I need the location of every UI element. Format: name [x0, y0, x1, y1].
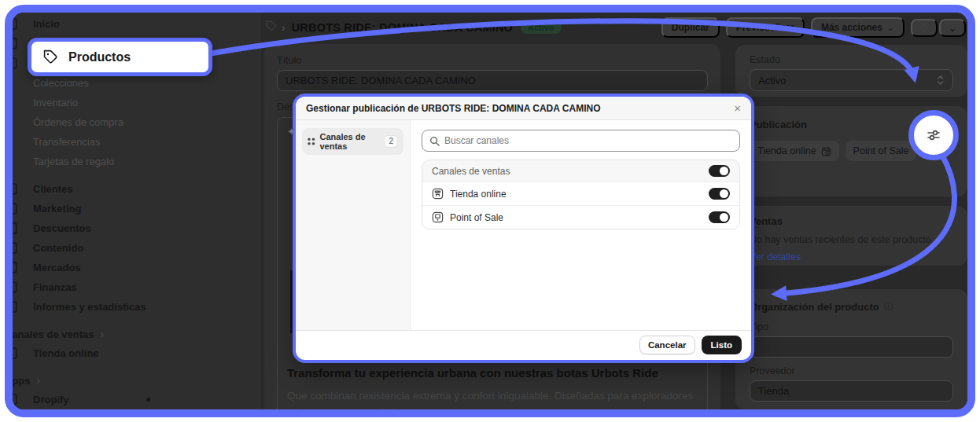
channel-search-input[interactable]	[444, 135, 732, 146]
more-actions-button[interactable]: Más acciones⌄	[811, 17, 904, 38]
status-card: Estado Activo	[735, 45, 967, 97]
channels-icon	[308, 137, 315, 146]
sidebar-item-dropify[interactable]: Dropify	[20, 390, 261, 409]
tienda-online-toggle[interactable]	[709, 188, 730, 200]
online-store-icon	[432, 188, 444, 200]
product-tag-icon	[266, 20, 277, 35]
channel-search[interactable]	[422, 130, 740, 152]
description-heading: Transforma tu experiencia urbana con nue…	[287, 366, 698, 380]
preview-button[interactable]: Previsualizar	[726, 17, 805, 38]
discounts-icon	[6, 222, 17, 234]
sidebar-item-finanzas[interactable]: Finanzas	[20, 277, 261, 297]
markets-icon	[6, 262, 17, 273]
tipo-label: Tipo	[750, 321, 953, 332]
sidebar-item-inicio[interactable]: Inicio	[20, 14, 261, 34]
title-input[interactable]	[277, 70, 708, 91]
next-product-button[interactable]: ⌄	[939, 19, 966, 37]
modal-sidebar: Canales de ventas 2	[296, 120, 411, 330]
sidebar-item-inventario[interactable]: Inventario	[20, 93, 261, 112]
sidebar-item-tienda-online[interactable]: Tienda online	[20, 343, 261, 363]
sidebar-section-apps[interactable]: Apps›	[5, 371, 261, 390]
sidebar-item-marketing[interactable]: Marketing	[20, 199, 261, 218]
finances-icon	[6, 281, 17, 293]
channel-row-point-of-sale: Point of Sale	[422, 205, 739, 229]
page-header: › URBOTS RIDE: DOMINA CADA CAMINO Activo…	[266, 16, 966, 39]
status-badge: Activo	[521, 21, 562, 34]
breadcrumb-separator: ›	[282, 21, 286, 34]
sidebar-item-informes[interactable]: Informes y estadísticas	[20, 297, 261, 317]
proveedor-input[interactable]	[750, 380, 953, 402]
sales-card: Ventas No hay ventas recientes de este p…	[735, 206, 967, 266]
product-tag-icon	[43, 50, 58, 64]
sidebar-item-descuentos[interactable]: Descuentos	[20, 218, 261, 238]
prev-product-button[interactable]: ⌃	[911, 19, 938, 37]
all-channels-toggle[interactable]	[709, 165, 730, 177]
publishing-settings-spotlight[interactable]	[908, 110, 959, 160]
sliders-settings-icon	[925, 127, 942, 144]
app-icon	[6, 394, 17, 405]
modal-nav-label: Canales de ventas	[320, 132, 380, 151]
sidebar-item-contenido[interactable]: Contenido	[20, 238, 261, 258]
sidebar-item-tarjetas-de-regalo[interactable]: Tarjetas de regalo	[20, 152, 261, 171]
tipo-input[interactable]	[750, 336, 953, 358]
modal-footer: Cancelar Listo	[296, 330, 751, 359]
channel-chip-tienda-online: Tienda online	[750, 141, 839, 161]
marketing-icon	[6, 203, 17, 215]
analytics-icon	[6, 301, 17, 313]
cancel-button[interactable]: Cancelar	[639, 336, 695, 354]
sidebar-item-transferencias[interactable]: Transferencias	[20, 132, 261, 152]
screenshot-frame: Inicio Pedidos Productos Colecciones Inv…	[0, 0, 980, 422]
sidebar-item-clientes[interactable]: Clientes	[20, 179, 261, 199]
estado-label: Estado	[750, 54, 953, 65]
notification-dot	[146, 398, 150, 402]
sales-empty-text: No hay ventas recientes de este producto	[750, 234, 953, 245]
channel-chip-point-of-sale: Point of Sale	[846, 141, 917, 161]
scheduled-calendar-icon	[821, 146, 831, 156]
channels-list: Canales de ventas Tienda online Point of…	[422, 160, 740, 229]
duplicate-button[interactable]: Duplicar	[661, 17, 720, 38]
chevron-right-icon: ›	[100, 328, 104, 340]
header-actions: Duplicar Previsualizar Más acciones⌄ ⌃ ⌄	[661, 17, 966, 38]
products-icon	[6, 57, 17, 69]
select-caret-icon	[936, 75, 945, 86]
point-of-sale-icon	[432, 211, 444, 223]
manage-publication-modal: Gestionar publicación de URBOTS RIDE: DO…	[293, 94, 754, 363]
content-icon	[6, 242, 17, 254]
customers-icon	[6, 183, 17, 195]
home-icon	[6, 18, 17, 30]
channels-list-header: Canales de ventas	[422, 160, 739, 182]
modal-title: Gestionar publicación de URBOTS RIDE: DO…	[306, 103, 600, 114]
admin-screen: Inicio Pedidos Productos Colecciones Inv…	[5, 5, 975, 417]
search-icon	[429, 136, 440, 146]
product-pager: ⌃ ⌄	[911, 19, 966, 37]
productos-callout: Productos	[28, 38, 212, 76]
point-of-sale-toggle[interactable]	[709, 211, 730, 223]
description-paragraph: Que combinan resistencia extrema y confo…	[287, 388, 698, 417]
channel-row-tienda-online: Tienda online	[422, 182, 739, 205]
modal-nav-canales-de-ventas[interactable]: Canales de ventas 2	[302, 128, 403, 155]
sidebar-section-canales-de-ventas[interactable]: Canales de ventas›	[5, 325, 261, 343]
modal-nav-count-badge: 2	[384, 135, 398, 148]
modal-header: Gestionar publicación de URBOTS RIDE: DO…	[296, 97, 751, 120]
sales-details-link[interactable]: Ver detalles	[750, 251, 801, 262]
estado-select[interactable]: Activo	[750, 69, 953, 91]
title-field-label: Título	[277, 55, 708, 66]
modal-content: Canales de ventas Tienda online Point of…	[411, 120, 751, 330]
proveedor-label: Proveedor	[750, 365, 953, 376]
orders-icon	[6, 38, 17, 50]
callout-label: Productos	[68, 50, 131, 64]
product-organization-card: Organización del producto ⓘ Tipo Proveed…	[735, 289, 967, 409]
page-title: URBOTS RIDE: DOMINA CADA CAMINO	[292, 21, 513, 34]
sidebar-item-ordenes-de-compra[interactable]: Órdenes de compra	[20, 112, 261, 132]
sidebar-item-mercados[interactable]: Mercados	[20, 258, 261, 277]
sales-title: Ventas	[750, 215, 953, 227]
online-store-icon	[6, 347, 17, 359]
organization-title: Organización del producto	[750, 301, 879, 313]
chevron-down-icon: ⌄	[886, 22, 894, 33]
close-icon[interactable]: ×	[734, 102, 741, 114]
info-icon: ⓘ	[884, 300, 893, 314]
chevron-right-icon: ›	[37, 374, 41, 387]
done-button[interactable]: Listo	[702, 336, 742, 354]
